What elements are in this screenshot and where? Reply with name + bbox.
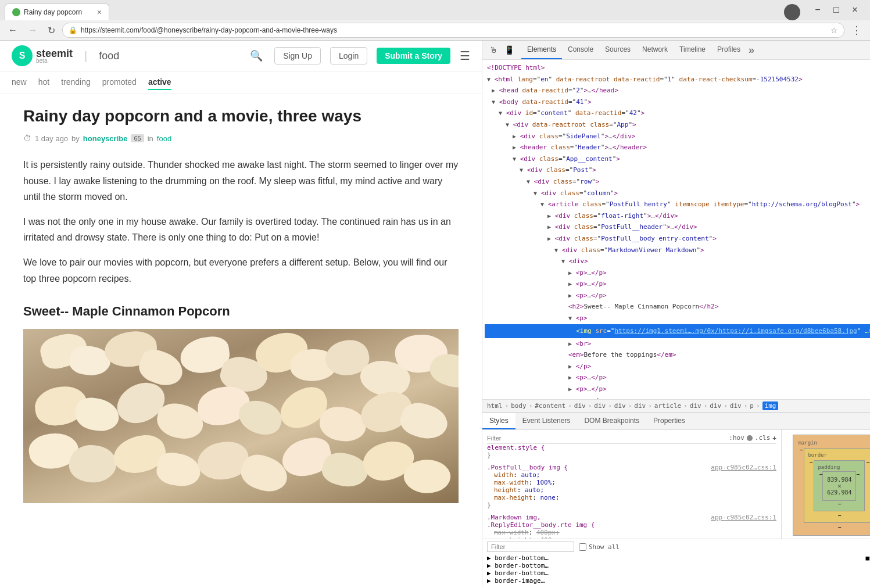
- html-h2-maple[interactable]: <h2>Sweet-- Maple Cinnamon Popcorn</h2>: [485, 301, 870, 313]
- html-article[interactable]: ▼ <article class="PostFull hentry" items…: [485, 199, 870, 210]
- show-all-text: Show all: [589, 543, 620, 551]
- tab-elements[interactable]: Elements: [521, 41, 562, 59]
- tab-network[interactable]: Network: [636, 41, 674, 59]
- bc-content[interactable]: #content: [535, 402, 565, 410]
- html-p6[interactable]: ▶ <p>…</p>: [485, 395, 870, 399]
- site-nav: new hot trending promoted active: [0, 71, 482, 94]
- html-column[interactable]: ▼ <div class="column">: [485, 188, 870, 199]
- back-btn[interactable]: ←: [5, 24, 21, 37]
- html-row[interactable]: ▼ <div class="row">: [485, 176, 870, 188]
- box-model-content: 839.984 × 629.984: [822, 471, 856, 501]
- html-p2[interactable]: ▶ <p>…</p>: [485, 278, 870, 290]
- cls-btn[interactable]: .cls: [755, 434, 771, 442]
- bc-p[interactable]: p: [750, 402, 754, 410]
- inspect-element-btn[interactable]: 🖱: [487, 43, 500, 57]
- html-tag[interactable]: ▼ <html lang="en" data-reactroot data-re…: [485, 74, 870, 85]
- bc-html[interactable]: html: [487, 402, 503, 410]
- bc-div7[interactable]: div: [730, 402, 742, 410]
- devtools-tabs: 🖱 📱 Elements Console Sources Network Tim…: [482, 41, 870, 60]
- bc-article[interactable]: article: [654, 402, 681, 410]
- browser-tab[interactable]: Rainy day popcorn ×: [5, 3, 109, 20]
- styles-panel[interactable]: :hov .cls + element.style { }: [482, 430, 781, 539]
- html-p3[interactable]: ▶ <p>…</p>: [485, 290, 870, 302]
- login-btn[interactable]: Login: [330, 47, 367, 64]
- para2: I was not the only one in my house awake…: [23, 214, 459, 245]
- browser-menu-btn[interactable]: ⋮: [848, 23, 865, 38]
- search-btn[interactable]: 🔍: [248, 47, 265, 64]
- sign-up-btn[interactable]: Sign Up: [274, 47, 321, 64]
- author-link[interactable]: honeyscribe: [83, 134, 128, 143]
- html-p-img-container[interactable]: ▼ <p>: [485, 313, 870, 324]
- logo-divider: |: [84, 49, 87, 63]
- html-body[interactable]: ▼ <body data-reactid="41">: [485, 96, 870, 108]
- html-p4[interactable]: ▶ <p>…</p>: [485, 372, 870, 383]
- nav-new[interactable]: new: [12, 75, 27, 90]
- html-head[interactable]: ▶ <head data-reactid="2">…</head>: [485, 85, 870, 96]
- show-all-checkbox[interactable]: [579, 543, 586, 551]
- elements-panel[interactable]: <!DOCTYPE html> ▼ <html lang="en" data-r…: [482, 60, 870, 399]
- css-source-2[interactable]: app-c985c02…css:1: [711, 514, 776, 521]
- device-mode-btn[interactable]: 📱: [502, 43, 517, 57]
- filter-bottom-input[interactable]: [487, 542, 574, 552]
- bottom-tabs: Styles Event Listeners DOM Breakpoints P…: [482, 413, 870, 430]
- bc-div1[interactable]: div: [574, 402, 586, 410]
- html-div-app[interactable]: ▼ <div data-reactroot class="App">: [485, 119, 870, 131]
- tab-properties[interactable]: Properties: [646, 413, 692, 429]
- html-markdown[interactable]: ▼ <div class="MarkdownViewer Markdown">: [485, 245, 870, 256]
- minimize-btn[interactable]: −: [812, 4, 824, 16]
- nav-promoted[interactable]: promoted: [102, 75, 137, 90]
- tab-timeline[interactable]: Timeline: [674, 41, 711, 59]
- maximize-btn[interactable]: □: [830, 4, 842, 16]
- html-doctype[interactable]: <!DOCTYPE html>: [485, 62, 870, 74]
- css-border-image: ▶ border-image…: [487, 577, 545, 585]
- tab-console[interactable]: Console: [562, 41, 599, 59]
- forward-btn[interactable]: →: [24, 24, 41, 37]
- address-bar[interactable]: 🔒 https://steemit.com/food/@honeyscribe/…: [62, 23, 844, 38]
- bc-div2[interactable]: div: [594, 402, 606, 410]
- html-p1[interactable]: ▶ <p>…</p>: [485, 267, 870, 279]
- category-link[interactable]: food: [157, 134, 171, 143]
- html-app-content[interactable]: ▼ <div class="App__content">: [485, 153, 870, 165]
- bc-div5[interactable]: div: [690, 402, 701, 410]
- html-p-close[interactable]: ▶ </p>: [485, 361, 870, 372]
- tab-close-btn[interactable]: ×: [97, 8, 102, 17]
- tab-sources[interactable]: Sources: [599, 41, 636, 59]
- reload-btn[interactable]: ↻: [44, 24, 59, 37]
- css-maxheight: max-height: none;: [487, 494, 776, 501]
- bc-div4[interactable]: div: [634, 402, 646, 410]
- html-img-highlighted[interactable]: <img src="https://img1.steemi….mg/0x/htt…: [485, 324, 870, 338]
- html-br[interactable]: ▶ <br>: [485, 338, 870, 350]
- nav-active[interactable]: active: [148, 75, 171, 90]
- hov-btn[interactable]: :hov: [729, 434, 744, 442]
- html-postfull-header[interactable]: ▶ <div class="PostFull__header">…</div>: [485, 221, 870, 233]
- nav-trending[interactable]: trending: [61, 75, 91, 90]
- html-header[interactable]: ▶ <header class="Header">…</header>: [485, 142, 870, 153]
- css-source-1[interactable]: app-c985c02…css:1: [711, 464, 776, 471]
- bc-body[interactable]: body: [511, 402, 527, 410]
- html-em[interactable]: <em>Before the toppings</em>: [485, 349, 870, 361]
- filter-input[interactable]: [487, 435, 726, 442]
- bc-img-active[interactable]: img: [762, 401, 779, 410]
- add-rule-btn[interactable]: +: [772, 434, 776, 442]
- nav-hot[interactable]: hot: [38, 75, 49, 90]
- tab-styles[interactable]: Styles: [482, 413, 515, 429]
- close-btn[interactable]: ×: [849, 4, 861, 16]
- html-div-content[interactable]: ▼ <div id="content" data-reactid="42">: [485, 107, 870, 119]
- tab-dom-breakpoints[interactable]: DOM Breakpoints: [577, 413, 646, 429]
- meta-by: by: [71, 134, 80, 143]
- bc-div3[interactable]: div: [614, 402, 626, 410]
- more-tabs-btn[interactable]: »: [746, 42, 757, 59]
- submit-story-btn[interactable]: Submit a Story: [377, 48, 450, 64]
- logo-icon: S: [12, 45, 33, 66]
- border-label: border: [808, 452, 870, 458]
- html-float-right[interactable]: ▶ <div class="float-right">…</div>: [485, 210, 870, 222]
- html-inner-div[interactable]: ▼ <div>: [485, 256, 870, 267]
- bc-div6[interactable]: div: [710, 402, 721, 410]
- tab-profiles[interactable]: Profiles: [711, 41, 746, 59]
- html-sidepanel[interactable]: ▶ <div class="SidePanel">…</div>: [485, 131, 870, 142]
- html-post[interactable]: ▼ <div class="Post">: [485, 164, 870, 176]
- html-p5[interactable]: ▶ <p>…</p>: [485, 383, 870, 395]
- tab-event-listeners[interactable]: Event Listeners: [515, 413, 578, 429]
- html-postfull-body[interactable]: ▶ <div class="PostFull__body entry-conte…: [485, 233, 870, 245]
- hamburger-menu-btn[interactable]: ☰: [460, 49, 470, 63]
